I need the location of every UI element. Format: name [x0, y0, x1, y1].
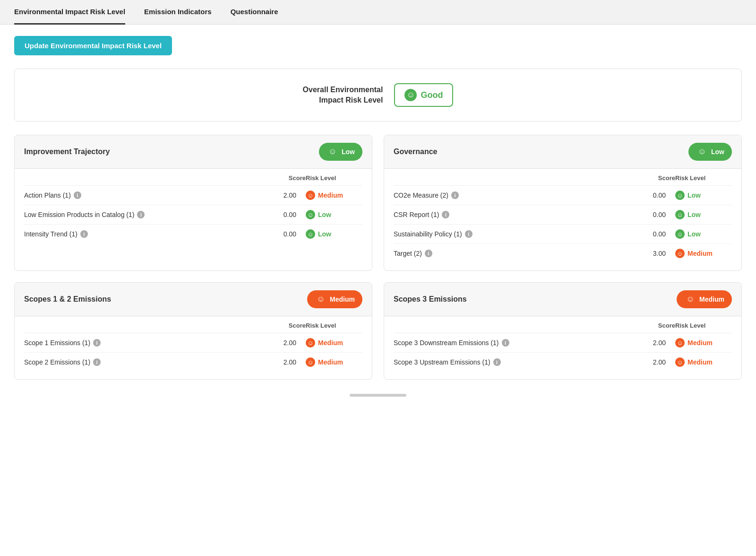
risk-smiley-icon: ☺ — [306, 357, 315, 367]
row-label: Target (2) i — [394, 250, 628, 257]
risk-smiley-icon: ☺ — [306, 191, 315, 200]
row-risk: ☺ Medium — [306, 357, 362, 367]
row-label: Scope 3 Downstream Emissions (1) i — [394, 339, 628, 347]
table-header-governance: Score Risk Level — [394, 169, 732, 186]
th-label-scopes-3 — [394, 322, 628, 329]
badge-scopes-1-2: ☺ Medium — [307, 290, 362, 308]
badge-improvement-icon: ☺ — [326, 146, 339, 158]
risk-text: Medium — [687, 250, 713, 257]
tab-questionnaire[interactable]: Questionnaire — [231, 0, 278, 25]
scroll-thumb[interactable] — [350, 394, 406, 397]
info-icon[interactable]: i — [93, 358, 101, 366]
row-label: CSR Report (1) i — [394, 211, 628, 218]
th-label-governance — [394, 174, 628, 182]
row-score: 0.00 — [258, 230, 306, 238]
card-scopes-1-2: Scopes 1 & 2 Emissions ☺ Medium Score Ri… — [14, 282, 372, 380]
risk-smiley-icon: ☺ — [306, 210, 315, 219]
update-environmental-impact-button[interactable]: Update Environmental Impact Risk Level — [14, 36, 172, 55]
card-title-improvement: Improvement Trajectory — [24, 148, 110, 156]
table-row: Low Emission Products in Catalog (1) i 0… — [24, 205, 362, 225]
risk-text: Medium — [318, 339, 343, 347]
info-icon[interactable]: i — [80, 230, 88, 238]
overall-status-text: Good — [421, 90, 443, 100]
info-icon[interactable]: i — [137, 211, 145, 218]
risk-text: Medium — [318, 358, 343, 366]
table-row: CO2e Measure (2) i 0.00 ☺ Low — [394, 186, 732, 205]
card-header-scopes-1-2: Scopes 1 & 2 Emissions ☺ Medium — [15, 283, 372, 316]
card-header-scopes-3: Scopes 3 Emissions ☺ Medium — [384, 283, 741, 316]
table-header-improvement: Score Risk Level — [24, 169, 362, 186]
page-wrapper: Environmental Impact Risk Level Emission… — [0, 0, 756, 556]
info-icon[interactable]: i — [74, 191, 81, 199]
card-governance: Governance ☺ Low Score Risk Level — [384, 135, 742, 271]
tab-emission-indicators[interactable]: Emission Indicators — [144, 0, 212, 25]
info-icon[interactable]: i — [93, 339, 101, 347]
row-risk: ☺ Low — [675, 229, 732, 239]
th-score-governance: Score — [628, 174, 675, 182]
row-label: Intensity Trend (1) i — [24, 230, 258, 238]
card-header-improvement: Improvement Trajectory ☺ Low — [15, 135, 372, 169]
table-row: Scope 2 Emissions (1) i 2.00 ☺ Medium — [24, 353, 362, 372]
risk-smiley-icon: ☺ — [306, 338, 315, 348]
row-risk: ☺ Medium — [675, 357, 732, 367]
badge-improvement-text: Low — [342, 148, 355, 156]
badge-governance-icon: ☺ — [696, 146, 708, 158]
risk-text: Low — [687, 211, 701, 218]
row-label: Low Emission Products in Catalog (1) i — [24, 211, 258, 218]
overall-smiley-icon: ☺ — [404, 89, 417, 101]
cards-grid: Improvement Trajectory ☺ Low Score Risk … — [14, 135, 742, 380]
row-risk: ☺ Low — [306, 210, 362, 219]
th-risk-governance: Risk Level — [675, 174, 732, 182]
th-risk-scopes-3: Risk Level — [675, 322, 732, 329]
overall-label: Overall Environmental Impact Risk Level — [303, 85, 383, 106]
row-label: Scope 3 Upstream Emissions (1) i — [394, 358, 628, 366]
th-risk-improvement: Risk Level — [306, 174, 362, 182]
table-header-scopes-3: Score Risk Level — [394, 316, 732, 333]
risk-smiley-icon: ☺ — [675, 210, 685, 219]
risk-smiley-icon: ☺ — [675, 357, 685, 367]
table-header-scopes-1-2: Score Risk Level — [24, 316, 362, 333]
row-score: 0.00 — [258, 211, 306, 218]
card-table-scopes-1-2: Score Risk Level Scope 1 Emissions (1) i… — [15, 316, 372, 379]
table-row: Action Plans (1) i 2.00 ☺ Medium — [24, 186, 362, 205]
risk-smiley-icon: ☺ — [306, 229, 315, 239]
badge-scopes-3: ☺ Medium — [677, 290, 732, 308]
row-label: Scope 2 Emissions (1) i — [24, 358, 258, 366]
th-label-improvement — [24, 174, 258, 182]
row-score: 0.00 — [628, 211, 675, 218]
info-icon[interactable]: i — [465, 230, 472, 238]
scroll-area — [14, 380, 742, 406]
card-scopes-3: Scopes 3 Emissions ☺ Medium Score Risk L… — [384, 282, 742, 380]
badge-scopes-3-icon: ☺ — [684, 293, 696, 305]
info-icon[interactable]: i — [451, 191, 459, 199]
risk-smiley-icon: ☺ — [675, 249, 685, 258]
row-score: 2.00 — [628, 358, 675, 366]
badge-governance-text: Low — [711, 148, 724, 156]
card-table-improvement: Score Risk Level Action Plans (1) i 2.00… — [15, 169, 372, 251]
info-icon[interactable]: i — [493, 358, 501, 366]
info-icon[interactable]: i — [502, 339, 509, 347]
row-score: 0.00 — [628, 230, 675, 238]
row-score: 2.00 — [628, 339, 675, 347]
th-label-scopes-1-2 — [24, 322, 258, 329]
info-icon[interactable]: i — [442, 211, 449, 218]
row-score: 3.00 — [628, 250, 675, 257]
card-title-governance: Governance — [394, 148, 437, 156]
risk-text: Low — [318, 230, 331, 238]
card-title-scopes-3: Scopes 3 Emissions — [394, 295, 467, 304]
info-icon[interactable]: i — [425, 250, 432, 257]
overall-badge: ☺ Good — [394, 83, 453, 107]
table-row: CSR Report (1) i 0.00 ☺ Low — [394, 205, 732, 225]
risk-smiley-icon: ☺ — [675, 338, 685, 348]
row-score: 0.00 — [628, 191, 675, 199]
row-score: 2.00 — [258, 339, 306, 347]
table-row: Sustainability Policy (1) i 0.00 ☺ Low — [394, 225, 732, 244]
row-risk: ☺ Medium — [675, 249, 732, 258]
row-risk: ☺ Medium — [306, 338, 362, 348]
th-score-scopes-1-2: Score — [258, 322, 306, 329]
table-row: Scope 1 Emissions (1) i 2.00 ☺ Medium — [24, 333, 362, 353]
row-score: 2.00 — [258, 358, 306, 366]
risk-text: Low — [687, 191, 701, 199]
row-risk: ☺ Medium — [675, 338, 732, 348]
tab-environmental-impact[interactable]: Environmental Impact Risk Level — [14, 0, 125, 25]
